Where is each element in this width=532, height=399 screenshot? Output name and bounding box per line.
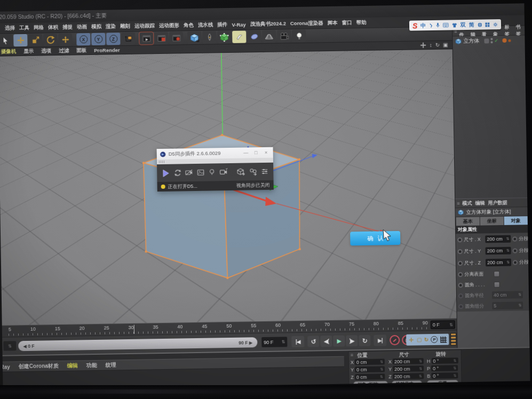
play-forwards-button[interactable]: ▶ <box>333 336 345 347</box>
render-view-button[interactable] <box>139 32 153 44</box>
menu-render[interactable]: 渲染 <box>106 23 116 30</box>
menu-sculpt[interactable]: 雕刻 <box>120 23 130 30</box>
size-y-input[interactable]: 200 cm⇅ <box>486 247 511 255</box>
rotation-h-field[interactable]: 0 °⇅ <box>431 357 458 364</box>
position-y-field[interactable]: 0 cm⇅ <box>355 366 385 372</box>
zoom-view-icon[interactable]: ↕ <box>430 42 432 48</box>
d5-play-icon[interactable] <box>161 168 170 178</box>
spinner-icon[interactable]: ⇅ <box>282 339 285 344</box>
timeline-window-button[interactable] <box>450 333 456 345</box>
size-z-field[interactable]: 200 cm⇅ <box>393 373 424 379</box>
size-x-input[interactable]: 200 cm⇅ <box>485 235 511 243</box>
am-menu-mode[interactable]: 模式 <box>462 200 472 206</box>
menu-tools[interactable]: 工具 <box>19 25 29 31</box>
object-name[interactable]: 立方体 <box>463 37 479 45</box>
vp-menu-panel[interactable]: 面板 <box>76 47 86 54</box>
lock-z-axis-button[interactable]: Z <box>106 33 120 45</box>
key-radio-icon[interactable] <box>513 248 518 253</box>
menu-simulate[interactable]: 模拟 <box>91 23 101 30</box>
d5-light-sync-icon[interactable] <box>208 167 217 177</box>
mat-menu-edit[interactable]: 编辑 <box>67 362 78 370</box>
record-rotation-toggle[interactable]: ↻ <box>424 337 429 342</box>
scale-tool-button[interactable] <box>28 34 42 46</box>
ime-simplified-mode[interactable]: 简 <box>469 22 474 27</box>
frame-range-slider[interactable]: ◀ 0 F 90 F ▶ <box>18 337 257 351</box>
spinner-icon[interactable]: ⇅ <box>449 322 453 327</box>
menu-mograph[interactable]: 运动图形 <box>159 22 179 29</box>
floor-environment-button[interactable] <box>262 30 276 43</box>
lock-x-axis-button[interactable]: X <box>76 33 90 45</box>
ime-pen-icon[interactable] <box>429 22 433 28</box>
key-radio-icon[interactable] <box>458 272 463 277</box>
play-backwards-button[interactable]: ↺ <box>307 336 319 347</box>
ime-mic-icon[interactable] <box>436 22 440 28</box>
d5-image-sync-icon[interactable] <box>196 168 205 177</box>
d5-export-model-icon[interactable] <box>236 167 245 177</box>
menu-window[interactable]: 窗口 <box>342 19 352 26</box>
menu-help[interactable]: 帮助 <box>356 19 367 26</box>
menu-pipeline[interactable]: 流水线 <box>198 21 213 28</box>
tab-object[interactable]: 对象 <box>504 216 528 225</box>
mat-menu-function[interactable]: 功能 <box>86 362 97 369</box>
record-parameter-toggle[interactable]: P <box>431 336 438 343</box>
lock-y-axis-button[interactable]: Y <box>91 33 105 45</box>
panel-grip-icon[interactable]: ≡ <box>351 352 353 357</box>
menu-animate[interactable]: 动画 <box>77 23 87 30</box>
select-tool-button[interactable] <box>0 34 13 46</box>
vp-menu-cameras[interactable]: 摄像机 <box>1 48 17 55</box>
am-menu-edit[interactable]: 编辑 <box>475 200 485 206</box>
camera-button[interactable] <box>277 30 291 42</box>
menu-vray[interactable]: V-Ray <box>232 21 246 27</box>
vp-menu-display[interactable]: 显示 <box>23 48 34 55</box>
object-row-cube[interactable]: 立方体 ✓ <box>452 35 525 46</box>
material-tag-icon[interactable] <box>502 38 506 43</box>
menu-volume[interactable]: 体积 <box>48 24 58 31</box>
visibility-toggles[interactable] <box>490 38 493 43</box>
record-keyframe-button[interactable] <box>390 335 400 345</box>
key-radio-icon[interactable] <box>457 237 462 242</box>
key-radio-icon[interactable] <box>458 249 463 254</box>
menu-mesh[interactable]: 网格 <box>34 24 44 31</box>
size-x-field[interactable]: 200 cm⇅ <box>393 358 424 364</box>
orbit-view-icon[interactable]: ↻ <box>435 42 440 48</box>
ime-toolbar[interactable]: S 中 双 简 <box>409 19 501 31</box>
record-pla-toggle[interactable] <box>440 336 447 342</box>
separate-surfaces-checkbox[interactable] <box>494 271 499 277</box>
range-spinner[interactable]: ⇅ <box>3 341 16 350</box>
tab-coordinates[interactable]: 坐标 <box>480 217 504 226</box>
record-position-toggle[interactable] <box>408 337 414 343</box>
position-z-field[interactable]: 0 cm⇅ <box>355 373 385 380</box>
previous-key-button[interactable]: ◀( <box>320 336 332 347</box>
ime-toolbox-icon[interactable] <box>485 22 490 27</box>
d5-settings-icon[interactable] <box>260 167 269 176</box>
menu-maohao[interactable]: 茂浩典书2024.2 <box>250 20 286 28</box>
max-frame-field[interactable]: 90 F ⇅ <box>261 337 287 347</box>
key-radio-icon[interactable] <box>513 260 518 265</box>
mat-menu-create-corona[interactable]: 创建Corona材质 <box>19 362 59 370</box>
record-scale-toggle[interactable]: ▢ <box>417 337 422 342</box>
menu-character[interactable]: 角色 <box>184 22 194 29</box>
add-cube-primitive-button[interactable] <box>187 31 201 44</box>
go-to-end-button[interactable]: ▶| <box>374 334 386 346</box>
key-radio-icon[interactable] <box>458 283 463 288</box>
ime-settings-icon[interactable] <box>493 22 498 27</box>
mat-menu-vray[interactable]: V-Ray <box>3 364 10 370</box>
tab-basic[interactable]: 基本 <box>456 217 480 226</box>
position-x-field[interactable]: 0 cm⇅ <box>355 358 385 365</box>
rotation-p-field[interactable]: 0 °⇅ <box>431 365 458 371</box>
next-key-button[interactable]: )▶ <box>346 335 358 346</box>
d5-maximize-button[interactable]: □ <box>252 150 260 155</box>
am-menu-userdata[interactable]: 用户数据 <box>488 199 507 206</box>
mat-menu-texture[interactable]: 纹理 <box>106 361 116 369</box>
key-radio-icon[interactable] <box>512 236 517 241</box>
ime-mode-chinese[interactable]: 中 <box>420 23 426 28</box>
d5-camera-sync-icon[interactable] <box>185 168 193 177</box>
layer-tag-icon[interactable] <box>484 38 489 43</box>
deformer-button[interactable] <box>232 30 246 43</box>
size-y-field[interactable]: 200 cm⇅ <box>393 365 424 372</box>
loop-button[interactable]: ↻ <box>359 335 370 346</box>
ime-dual-mode[interactable]: 双 <box>460 22 466 28</box>
d5-close-button[interactable]: × <box>263 150 270 155</box>
key-radio-icon[interactable] <box>458 261 463 266</box>
d5-sync-dialog[interactable]: D5同步插件 2.6.6.0029 — □ × 正在打开D5... <box>157 147 274 191</box>
